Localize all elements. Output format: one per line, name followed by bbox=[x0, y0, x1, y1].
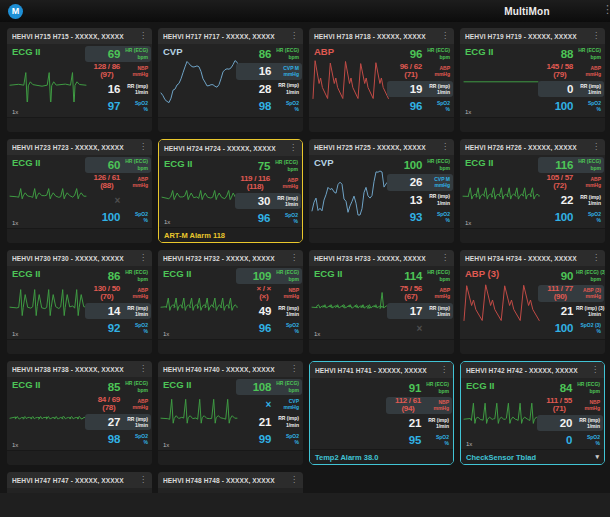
patient-tile-h717[interactable]: HEHVI H717 H717 - XXXXX, XXXXX⋮CVP86HR (… bbox=[158, 28, 303, 132]
patient-tile-h740[interactable]: HEHVI H740 H740 - XXXXX, XXXXX⋮ECG II1x1… bbox=[158, 361, 303, 465]
kebab-menu-icon[interactable]: ⋮ bbox=[590, 32, 602, 40]
waveform-label: ECG II bbox=[465, 46, 494, 57]
vital-value: × bbox=[114, 195, 120, 206]
vital-value-mean: (70) bbox=[93, 293, 120, 302]
vital-label-unit: mmHg bbox=[123, 71, 148, 78]
patient-tile-h723[interactable]: HEHVI H723 H723 - XXXXX, XXXXX⋮ECG II1x6… bbox=[7, 139, 152, 243]
vital-value: 100 bbox=[555, 322, 573, 334]
kebab-menu-icon[interactable]: ⋮ bbox=[137, 254, 149, 262]
vital-label-unit: bpm bbox=[273, 166, 298, 173]
patient-tile-h738[interactable]: HEHVI H738 H738 - XXXXX, XXXXX⋮ECG II1x8… bbox=[7, 361, 152, 465]
cvp-waveform bbox=[311, 167, 391, 217]
kebab-menu-icon[interactable]: ⋮ bbox=[439, 143, 451, 151]
kebab-menu-icon[interactable]: ⋮ bbox=[438, 366, 450, 374]
tile-body: ECG II1x86HR (ECG)bpm130 / 50(70)ABPmmHg… bbox=[7, 266, 152, 339]
vital-label-unit: % bbox=[576, 106, 601, 113]
patient-tile-h733[interactable]: HEHVI H733 H733 - XXXXX, XXXXX⋮ECG II1x1… bbox=[309, 250, 454, 354]
vitals-column: 90HR (ECG) (3)bpm111 / 77(90)ABP (3)mmHg… bbox=[538, 267, 604, 337]
vital-label: RR (imp)1/min bbox=[273, 195, 298, 208]
vital-label-name: HR (ECG) bbox=[425, 47, 450, 54]
vital-label: SpO2% bbox=[123, 322, 148, 335]
patient-id: HEHVI H738 H738 - XXXXX, XXXXX bbox=[12, 366, 137, 373]
vital-spo2: 93SpO2% bbox=[387, 209, 453, 226]
vital-label-unit: 1/min bbox=[273, 201, 298, 208]
waveform-label: ECG II bbox=[12, 46, 41, 57]
cvp-waveform bbox=[160, 56, 240, 106]
patient-tile-h742[interactable]: HEHVI H742 H742 - XXXXX, XXXXX⋮ECG II1x8… bbox=[460, 361, 605, 465]
waveform-label: ECG II bbox=[163, 379, 192, 390]
sweep-speed: 1x bbox=[314, 331, 320, 337]
vital-label-unit: mmHg bbox=[576, 293, 601, 300]
patient-id: HEHVI H734 H734 - XXXXX, XXXXX bbox=[465, 255, 590, 262]
patient-tile-h726[interactable]: HEHVI H726 H726 - XXXXX, XXXXX⋮ECG II1x1… bbox=[460, 139, 605, 243]
vital-label: NBPmmHg bbox=[424, 399, 449, 412]
patient-tile-h719[interactable]: HEHVI H719 H719 - XXXXX, XXXXX⋮ECG II1x8… bbox=[460, 28, 605, 132]
kebab-menu-icon[interactable]: ⋮ bbox=[439, 32, 451, 40]
vital-nbp: 111 / 55(71)NBPmmHg bbox=[537, 397, 603, 415]
patient-tile-h715[interactable]: HEHVI H715 H715 - XXXXX, XXXXX⋮ECG II1x6… bbox=[7, 28, 152, 132]
vital-spo2: × bbox=[387, 320, 453, 336]
kebab-menu-icon[interactable]: ⋮ bbox=[137, 365, 149, 373]
vital-value-mean: (79) bbox=[546, 71, 573, 80]
vital-label: HR (ECG)bpm bbox=[425, 158, 450, 171]
vital-label-unit: bpm bbox=[123, 387, 148, 394]
patient-tile-h747[interactable]: HEHVI H747 H747 - XXXXX, XXXXX⋮ bbox=[7, 472, 152, 493]
vital-spo2: 98SpO2% bbox=[85, 431, 151, 447]
vital-label: CVP MmmHg bbox=[425, 176, 450, 189]
patient-tile-h724[interactable]: HEHVI H724 H724 - XXXXX, XXXXX⋮ECG II1x7… bbox=[158, 139, 303, 243]
kebab-menu-icon[interactable]: ⋮ bbox=[288, 32, 300, 40]
kebab-menu-icon[interactable]: ⋮ bbox=[137, 476, 149, 484]
patient-tile-h748[interactable]: HEHVI H748 H748 - XXXXX, XXXXX⋮ bbox=[158, 472, 303, 493]
vital-label: SpO2% bbox=[274, 433, 299, 446]
kebab-menu-icon[interactable]: ⋮ bbox=[439, 254, 451, 262]
vital-label-unit: 1/min bbox=[424, 423, 449, 430]
overflow-menu-icon[interactable]: ⋮ bbox=[602, 3, 610, 16]
kebab-menu-icon[interactable]: ⋮ bbox=[287, 144, 299, 152]
kebab-menu-icon[interactable]: ⋮ bbox=[590, 143, 602, 151]
chevron-down-icon[interactable]: ▾ bbox=[595, 453, 599, 461]
kebab-menu-icon[interactable]: ⋮ bbox=[589, 366, 601, 374]
vital-label-name: HR (ECG) bbox=[425, 269, 450, 276]
vitals-column: 84HR (ECG)bpm111 / 55(71)NBPmmHg20RR (im… bbox=[537, 379, 603, 449]
ecg-waveform bbox=[160, 282, 238, 324]
vital-hr: 91HR (ECG)bpm bbox=[386, 380, 452, 396]
vital-label-unit: bpm bbox=[576, 276, 601, 283]
vital-label: NBPmmHg bbox=[575, 399, 600, 412]
vital-label: HR (ECG)bpm bbox=[123, 269, 148, 282]
ecg-waveform bbox=[9, 282, 87, 324]
vital-value: 26 bbox=[410, 176, 422, 188]
patient-id: HEHVI H740 H740 - XXXXX, XXXXX bbox=[163, 366, 288, 373]
kebab-menu-icon[interactable]: ⋮ bbox=[137, 143, 149, 151]
tile-header: HEHVI H715 H715 - XXXXX, XXXXX⋮ bbox=[7, 28, 152, 44]
ecg-waveform bbox=[311, 282, 389, 324]
tile-body: ECG II1x85HR (ECG)bpm84 / 69(78)ABPmmHg2… bbox=[7, 377, 152, 450]
vitals-column: 109HR (ECG)bpm× / ×(×)NBPmmHg49RR (imp)1… bbox=[236, 267, 302, 337]
vital-label-unit: % bbox=[274, 106, 299, 113]
vital-label-unit: bpm bbox=[424, 388, 449, 395]
patient-tile-h734[interactable]: HEHVI H734 H734 - XXXXX, XXXXX⋮ABP (3)90… bbox=[460, 250, 605, 354]
vital-label-name: HR (ECG) bbox=[575, 381, 600, 388]
kebab-menu-icon[interactable]: ⋮ bbox=[288, 476, 300, 484]
vital-label-unit: mmHg bbox=[274, 293, 299, 300]
kebab-menu-icon[interactable]: ⋮ bbox=[590, 254, 602, 262]
patient-tile-h741[interactable]: HEHVI H741 H741 - XXXXX, XXXXX⋮91HR (ECG… bbox=[309, 361, 454, 465]
kebab-menu-icon[interactable]: ⋮ bbox=[288, 254, 300, 262]
abp-waveform bbox=[462, 278, 542, 328]
patient-tile-h725[interactable]: HEHVI H725 H725 - XXXXX, XXXXX⋮CVP100HR … bbox=[309, 139, 454, 243]
vitals-column: 86HR (ECG)bpm16CVP MmmHg28RR (imp)1/min9… bbox=[236, 45, 302, 115]
tile-footer: ART-M Alarm 118 bbox=[159, 227, 302, 242]
vital-value: × bbox=[265, 399, 271, 410]
vital-nbp: × / ×(×)NBPmmHg bbox=[236, 285, 302, 303]
kebab-menu-icon[interactable]: ⋮ bbox=[288, 365, 300, 373]
patient-tile-h718[interactable]: HEHVI H718 H718 - XXXXX, XXXXX⋮ABP96HR (… bbox=[309, 28, 454, 132]
tile-body: ABP96HR (ECG)bpm96 / 62(71)ABPmmHg19RR (… bbox=[309, 44, 454, 117]
tile-body: ECG II1x69HR (ECG)bpm128 / 86(97)NBPmmHg… bbox=[7, 44, 152, 117]
patient-tile-h730[interactable]: HEHVI H730 H730 - XXXXX, XXXXX⋮ECG II1x8… bbox=[7, 250, 152, 354]
vital-value: 92 bbox=[108, 322, 120, 334]
vital-rr: 27RR (imp)1/min bbox=[85, 414, 151, 430]
patient-tile-h732[interactable]: HEHVI H732 H732 - XXXXX, XXXXX⋮ECG II1x1… bbox=[158, 250, 303, 354]
vital-label-unit: mmHg bbox=[425, 71, 450, 78]
waveform-label: ECG II bbox=[164, 158, 193, 169]
kebab-menu-icon[interactable]: ⋮ bbox=[137, 32, 149, 40]
vital-value: 105 / 57(72) bbox=[546, 174, 573, 192]
